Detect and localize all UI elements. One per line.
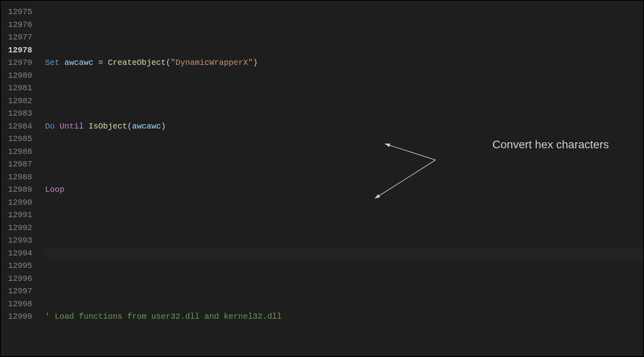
line-number: 12990 bbox=[1, 196, 37, 209]
line-number: 12980 bbox=[1, 69, 37, 82]
line-number: 12978 bbox=[1, 44, 37, 57]
line-number: 12989 bbox=[1, 183, 37, 196]
keyword-loop: Loop bbox=[45, 185, 64, 194]
code-line[interactable]: ' Load functions from user32.dll and ker… bbox=[45, 310, 643, 323]
line-number: 12976 bbox=[1, 19, 37, 31]
keyword-set: Set bbox=[45, 58, 60, 67]
keyword-until: Until bbox=[60, 122, 84, 131]
line-number: 12999 bbox=[1, 310, 37, 323]
line-number: 12995 bbox=[1, 259, 37, 272]
line-number: 12987 bbox=[1, 158, 37, 171]
line-number: 12986 bbox=[1, 145, 37, 158]
var-awcawc: awcawc bbox=[64, 58, 93, 67]
line-number: 12977 bbox=[1, 31, 37, 44]
comment: ' Load functions from user32.dll and ker… bbox=[45, 312, 282, 321]
line-number: 12985 bbox=[1, 133, 37, 145]
line-number: 12988 bbox=[1, 171, 37, 184]
str-dynwrap: "DynamicWrapperX" bbox=[171, 58, 253, 67]
code-area[interactable]: Set awcawc = CreateObject("DynamicWrappe… bbox=[45, 6, 643, 357]
line-number: 12984 bbox=[1, 120, 37, 133]
line-number: 12992 bbox=[1, 222, 37, 235]
keyword-do: Do bbox=[45, 122, 55, 131]
code-line-active[interactable] bbox=[45, 247, 643, 260]
line-number: 12979 bbox=[1, 56, 37, 69]
line-number: 12994 bbox=[1, 247, 37, 260]
code-editor[interactable]: 1297512976129771297812979129801298112982… bbox=[0, 0, 644, 357]
line-number: 12981 bbox=[1, 82, 37, 95]
line-number: 12998 bbox=[1, 298, 37, 311]
line-number: 12983 bbox=[1, 107, 37, 120]
line-number-gutter: 1297512976129771297812979129801298112982… bbox=[1, 1, 37, 323]
code-line[interactable]: Set awcawc = CreateObject("DynamicWrappe… bbox=[45, 56, 643, 69]
line-number: 12975 bbox=[1, 6, 37, 19]
line-number: 12982 bbox=[1, 95, 37, 108]
line-number: 12997 bbox=[1, 285, 37, 298]
code-line[interactable]: Loop bbox=[45, 183, 643, 196]
code-line[interactable]: Do Until IsObject(awcawc) bbox=[45, 120, 643, 133]
line-number: 12996 bbox=[1, 272, 37, 285]
fn-createobject: CreateObject bbox=[108, 58, 166, 67]
line-number: 12991 bbox=[1, 209, 37, 222]
fn-isobject: IsObject bbox=[89, 122, 127, 131]
line-number: 12993 bbox=[1, 234, 37, 247]
